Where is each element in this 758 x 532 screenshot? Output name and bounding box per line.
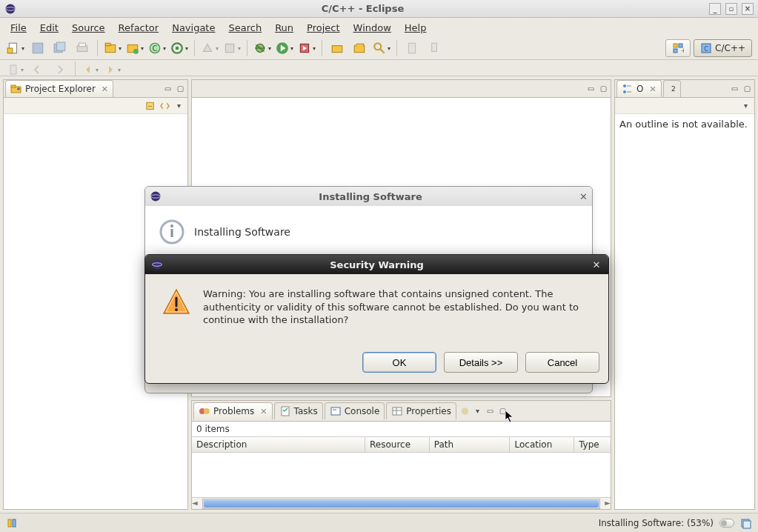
problems-table-header: Description Resource Path Location Type [192,436,611,453]
ok-button[interactable]: OK [362,352,436,373]
details-button[interactable]: Details >> [444,352,518,373]
svg-rect-6 [57,42,65,50]
svg-rect-62 [8,519,11,527]
svg-rect-31 [674,49,677,53]
status-left-icon[interactable] [6,517,18,529]
col-description[interactable]: Description [192,437,365,452]
svg-rect-17 [225,44,233,52]
tab-console-label: Console [345,406,380,416]
run-button[interactable] [275,39,294,57]
main-window: C/C++ - Eclipse _ ▫ × File Edit Source R… [0,0,758,532]
tab-properties-label: Properties [406,406,451,416]
close-button[interactable]: × [742,3,754,15]
view-menu-icon[interactable]: ▾ [472,405,483,416]
svg-point-40 [204,408,210,414]
install-dialog-title: Installing Software [162,191,579,202]
close-tab-icon[interactable]: ✕ [102,84,108,94]
open-type-button[interactable] [328,39,347,57]
tab-project-explorer[interactable]: Project Explorer ✕ [5,80,113,97]
col-path[interactable]: Path [430,437,511,452]
svg-point-16 [176,47,179,50]
minimize-view-icon[interactable]: ▭ [729,83,740,94]
outline-toolbar: ▾ [615,98,754,114]
build-button[interactable] [200,39,219,57]
pin-button[interactable] [425,39,444,57]
collapse-all-icon[interactable]: − [145,100,156,111]
horizontal-scrollbar[interactable] [192,497,611,509]
maximize-button[interactable]: ▫ [725,3,737,15]
view-menu-icon[interactable]: ▾ [173,100,184,111]
nav-toolbar [0,60,758,76]
new-folder-button[interactable] [125,39,144,57]
tab-properties[interactable]: Properties [386,402,456,419]
svg-rect-63 [13,519,16,527]
install-dialog-header: Installing Software [194,226,290,238]
view-menu-icon[interactable]: ▾ [740,100,751,111]
tab-problems-label: Problems [213,406,254,416]
dialog-close-icon[interactable]: ✕ [579,191,588,202]
new-button[interactable] [6,39,25,57]
properties-icon [391,405,403,417]
problems-filter-icon[interactable] [459,405,471,416]
new-class-button[interactable]: C [147,39,167,57]
problems-table-body[interactable] [192,453,611,497]
debug-button[interactable] [253,39,272,57]
print-button[interactable] [73,39,92,57]
toggle-mark-button[interactable] [402,39,422,57]
menu-file[interactable]: File [4,20,33,36]
tab-make-targets[interactable]: 2 [663,80,681,97]
open-resource-button[interactable] [350,39,369,57]
search-button[interactable] [372,39,391,57]
menu-edit[interactable]: Edit [34,20,64,36]
link-editor-icon[interactable] [159,100,170,111]
save-button[interactable] [28,39,47,57]
minimize-button[interactable]: _ [709,3,721,15]
maximize-view-icon[interactable]: ▢ [742,83,753,94]
new-source-button[interactable] [170,39,189,57]
save-all-button[interactable] [50,39,70,57]
close-tab-icon[interactable]: ✕ [260,407,267,416]
maximize-view-icon[interactable]: ▢ [598,83,609,94]
build-config-button[interactable] [222,39,242,57]
tab-project-explorer-label: Project Explorer [25,84,96,94]
tab-console[interactable]: Console [325,402,385,419]
external-tools-button[interactable] [297,39,316,57]
toolbar-separator [322,40,322,56]
svg-point-12 [133,49,139,54]
minimize-view-icon[interactable]: ▭ [585,83,596,94]
statusbar: Installing Software: (53%) [0,513,758,532]
status-progress-toggle[interactable] [719,519,734,528]
tab-outline[interactable]: O ✕ [616,80,662,97]
menu-navigate[interactable]: Navigate [166,20,221,36]
tab-tasks[interactable]: Tasks [274,402,323,419]
perspective-c-cpp[interactable]: C C/C++ [694,39,752,57]
minimize-view-icon[interactable]: ▭ [162,83,173,94]
svg-point-58 [153,260,162,270]
maximize-view-icon[interactable]: ▢ [497,405,508,416]
dialog-close-icon[interactable]: ✕ [591,259,602,270]
menu-run[interactable]: Run [269,20,299,36]
maximize-view-icon[interactable]: ▢ [175,83,186,94]
menu-search[interactable]: Search [222,20,267,36]
col-location[interactable]: Location [510,437,574,452]
svg-rect-3 [7,48,13,53]
col-resource[interactable]: Resource [365,437,430,452]
status-tasks-icon[interactable] [740,517,752,529]
svg-point-57 [170,225,173,227]
console-icon [330,405,342,417]
col-type[interactable]: Type [574,437,611,452]
svg-rect-10 [105,43,110,45]
new-project-button[interactable] [103,39,122,57]
menu-help[interactable]: Help [399,20,433,36]
open-perspective-button[interactable]: + [665,39,691,57]
menu-refactor[interactable]: Refactor [113,20,165,36]
minimize-view-icon[interactable]: ▭ [485,405,496,416]
project-explorer-toolbar: − ▾ [4,98,187,114]
menu-window[interactable]: Window [348,20,397,36]
tab-problems[interactable]: Problems✕ [193,402,273,419]
cancel-button[interactable]: Cancel [525,352,599,373]
menu-project[interactable]: Project [301,20,345,36]
eclipse-icon [151,259,163,271]
close-tab-icon[interactable]: ✕ [649,84,656,94]
menu-source[interactable]: Source [66,20,111,36]
